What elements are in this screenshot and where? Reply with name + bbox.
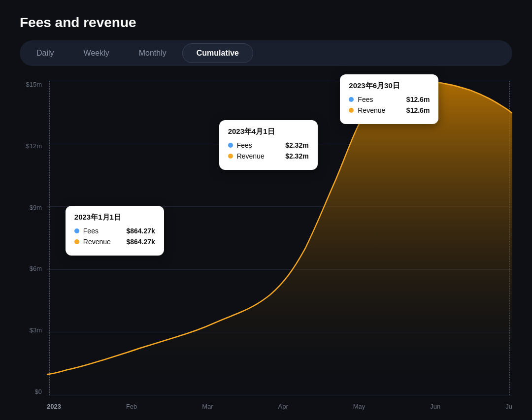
y-label-3: $9m bbox=[20, 204, 42, 211]
page-title: Fees and revenue bbox=[20, 15, 512, 31]
main-container: Fees and revenue Daily Weekly Monthly Cu… bbox=[0, 0, 532, 420]
y-label-2: $6m bbox=[20, 265, 42, 272]
x-label-jul: Ju bbox=[505, 403, 512, 410]
chart-svg bbox=[47, 81, 512, 395]
tab-monthly[interactable]: Monthly bbox=[125, 43, 180, 63]
x-label-feb: Feb bbox=[126, 403, 137, 410]
x-label-mar: Mar bbox=[202, 403, 213, 410]
chart-area: $0 $3m $6m $9m $12m $15m bbox=[20, 81, 512, 410]
x-label-2023: 2023 bbox=[47, 403, 61, 410]
x-labels: 2023 Feb Mar Apr May Jun Ju bbox=[47, 403, 512, 410]
x-axis: 2023 Feb Mar Apr May Jun Ju bbox=[47, 395, 512, 410]
tab-cumulative[interactable]: Cumulative bbox=[182, 43, 253, 63]
y-axis: $0 $3m $6m $9m $12m $15m bbox=[20, 81, 47, 410]
y-label-0: $0 bbox=[20, 388, 42, 395]
chart-inner: 2023年1月1日 Fees $864.27k Revenue $864.27k… bbox=[47, 81, 512, 410]
y-label-4: $12m bbox=[20, 142, 42, 150]
y-label-1: $3m bbox=[20, 326, 42, 334]
x-label-jun: Jun bbox=[430, 403, 440, 410]
x-label-apr: Apr bbox=[278, 403, 288, 410]
tab-bar: Daily Weekly Monthly Cumulative bbox=[20, 40, 512, 66]
y-label-5: $15m bbox=[20, 81, 42, 88]
tab-weekly[interactable]: Weekly bbox=[70, 43, 123, 63]
tab-daily[interactable]: Daily bbox=[23, 43, 68, 63]
x-label-may: May bbox=[353, 403, 366, 410]
